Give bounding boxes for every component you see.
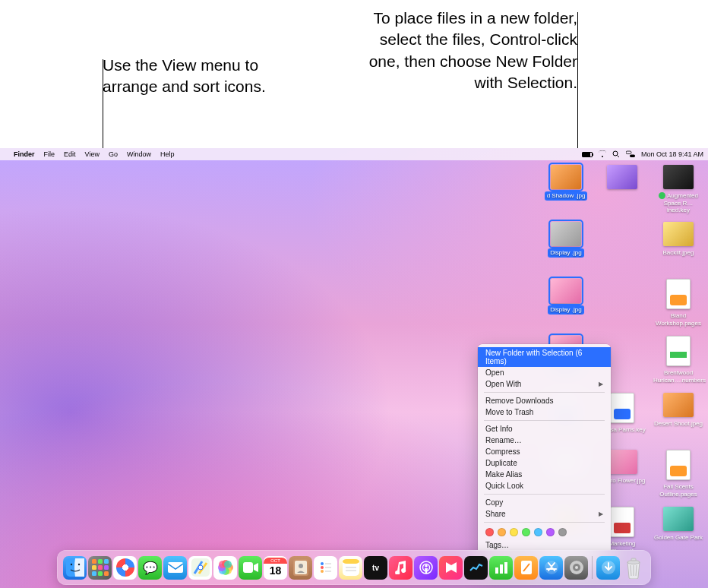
tag-color-dot[interactable] [485,528,494,536]
desktop-file-icon[interactable]: Display .jpg [538,222,594,279]
svg-rect-38 [631,558,636,561]
tag-color-dot[interactable] [510,528,518,536]
dock-messages-icon[interactable]: 💬 [138,556,162,580]
desktop-file-icon[interactable]: Display .jpg [538,279,594,336]
ctx-item-open[interactable]: Open [478,367,611,378]
ctx-item-new-folder-selection[interactable]: New Folder with Selection (6 Items) [478,347,611,367]
file-label: Bland Workshop.pages [652,311,705,327]
file-thumbnail [610,507,634,537]
ctx-item-open-with[interactable]: Open With▶ [478,378,611,390]
separator [484,420,605,421]
dock-stocks-icon[interactable] [464,556,488,580]
file-thumbnail [551,279,581,303]
dock-downloads-icon[interactable] [596,556,620,580]
dock-notes-icon[interactable] [339,556,362,580]
desktop-file-icon[interactable]: Augmented Space R…ined.key [650,165,706,222]
menubar-item-help[interactable]: Help [156,150,179,158]
file-thumbnail [663,165,694,189]
context-menu: New Folder with Selection (6 Items) Open… [478,344,611,571]
desktop-file-icon[interactable]: Desert Shoot.jpeg [650,393,706,450]
desktop-file-icon[interactable]: Brentwood Hurican….numbers [650,336,706,393]
desktop-file-icon[interactable]: Backlit.jpeg [650,222,706,279]
dock-photos-icon[interactable] [213,556,237,580]
file-thumbnail [607,450,637,474]
svg-point-13 [299,564,303,568]
dock-news-icon[interactable] [439,556,463,580]
menubar-item-view[interactable]: View [81,150,104,158]
leader-line [103,59,103,150]
file-label: Backlit.jpeg [662,248,696,258]
svg-point-16 [321,566,324,569]
dock-numbers-icon[interactable] [489,556,513,580]
dock-music-icon[interactable] [389,556,412,580]
file-label: Brentwood Hurican….numbers [652,368,705,384]
dock-pages-icon[interactable] [514,556,538,580]
file-label: Display .jpg [548,248,583,258]
tag-color-dot[interactable] [558,528,567,536]
file-label: Display .jpg [548,305,583,315]
dock-divider [592,556,593,579]
battery-icon[interactable] [582,152,593,157]
dock-contacts-icon[interactable] [289,556,312,580]
ctx-item-get-info[interactable]: Get Info [478,423,611,435]
dock-settings-icon[interactable] [564,556,588,580]
separator [484,522,605,523]
tag-color-dot[interactable] [534,528,542,536]
desktop-file-icon[interactable] [594,165,650,222]
tag-color-dot[interactable] [522,528,530,536]
ctx-item-move-to-trash[interactable]: Move to Trash [478,406,611,418]
menubar-item-edit[interactable]: Edit [59,150,81,158]
dock-mail-icon[interactable] [163,556,187,580]
desktop-file-icon[interactable]: d Shadow .jpg [538,165,594,222]
desktop-file-icon[interactable]: Fall Scents Outline.pages [650,450,706,507]
menubar-item-window[interactable]: Window [122,150,156,158]
dock-finder-icon[interactable] [63,556,87,580]
control-center-icon[interactable] [626,150,635,158]
callout-view-menu: Use the View menu to arrange and sort ic… [103,55,285,98]
menubar: Finder File Edit View Go Window Help Mon… [0,148,708,160]
dock-appstore-icon[interactable] [539,556,563,580]
dock-facetime-icon[interactable] [239,556,262,580]
dock-trash-icon[interactable] [621,556,645,580]
svg-point-15 [321,562,324,565]
ctx-item-make-alias[interactable]: Make Alias [478,469,611,480]
file-thumbnail [666,336,691,366]
wifi-icon[interactable] [599,151,606,157]
desktop[interactable]: Finder File Edit View Go Window Help Mon… [0,148,708,588]
desktop-file-icon[interactable]: Bland Workshop.pages [650,279,706,336]
ctx-item-duplicate[interactable]: Duplicate [478,457,611,469]
svg-rect-30 [504,562,507,574]
spotlight-icon[interactable] [612,150,620,158]
dock-reminders-icon[interactable] [314,556,337,580]
file-thumbnail [663,222,694,246]
dock-tv-icon[interactable]: tv [364,556,387,580]
ctx-item-rename[interactable]: Rename… [478,435,611,446]
menubar-datetime[interactable]: Mon Oct 18 9:41 AM [641,150,703,158]
ctx-item-quick-look[interactable]: Quick Look [478,480,611,492]
ctx-item-remove-downloads[interactable]: Remove Downloads [478,395,611,406]
ctx-item-copy[interactable]: Copy [478,497,611,508]
svg-rect-3 [630,155,635,158]
file-label: Golden Gate Park [653,533,704,542]
tag-color-dot[interactable] [546,528,555,536]
ctx-item-tags[interactable]: Tags… [478,539,611,551]
dock-safari-icon[interactable] [113,556,137,580]
separator [484,392,605,393]
ctx-item-compress[interactable]: Compress [478,446,611,457]
menubar-item-file[interactable]: File [40,150,60,158]
dock-launchpad-icon[interactable] [88,556,112,580]
desktop-file-icon[interactable]: Golden Gate Park [650,507,706,564]
file-label: Fall Scents Outline.pages [652,482,705,498]
menubar-app-name[interactable]: Finder [9,150,40,158]
dock-calendar-icon[interactable]: OCT18 [264,556,287,580]
dock-maps-icon[interactable] [188,556,212,580]
tag-color-dot[interactable] [498,528,506,536]
file-thumbnail [663,393,694,417]
ctx-item-share[interactable]: Share▶ [478,508,611,520]
menubar-item-go[interactable]: Go [104,150,122,158]
file-thumbnail [607,165,637,189]
dock-podcasts-icon[interactable] [414,556,438,580]
separator [484,494,605,495]
file-label: Augmented Space R…ined.key [652,191,705,215]
svg-point-0 [613,151,618,156]
